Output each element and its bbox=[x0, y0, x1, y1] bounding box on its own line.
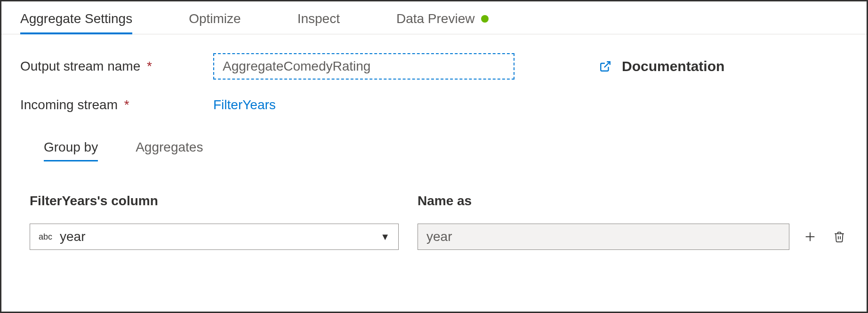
tab-label: Aggregate Settings bbox=[20, 11, 132, 26]
type-tag: abc bbox=[39, 232, 52, 242]
documentation-link[interactable]: Documentation bbox=[599, 58, 724, 74]
incoming-stream-row: Incoming stream * FilterYears bbox=[20, 97, 848, 112]
delete-button[interactable] bbox=[831, 228, 848, 245]
dropdown-value: year bbox=[60, 229, 380, 244]
svg-line-0 bbox=[604, 62, 610, 67]
column-header-source: FilterYears's column bbox=[30, 193, 399, 209]
name-as-input[interactable] bbox=[418, 224, 789, 250]
required-asterisk: * bbox=[124, 97, 129, 112]
tab-label: Inspect bbox=[297, 11, 340, 26]
label-text: Incoming stream bbox=[20, 97, 118, 112]
tab-label: Optimize bbox=[189, 11, 241, 26]
sub-tab-label: Group by bbox=[44, 140, 98, 154]
sub-tab-bar: Group by Aggregates bbox=[20, 130, 848, 161]
column-header-name-as: Name as bbox=[418, 193, 789, 209]
tab-aggregate-settings[interactable]: Aggregate Settings bbox=[20, 3, 132, 33]
group-by-columns: FilterYears's column abc year ▼ Name as bbox=[20, 193, 848, 250]
sub-tab-group-by[interactable]: Group by bbox=[44, 133, 98, 161]
incoming-stream-label: Incoming stream * bbox=[20, 97, 213, 112]
documentation-link-text: Documentation bbox=[622, 58, 724, 74]
output-stream-label: Output stream name * bbox=[20, 59, 213, 74]
tab-optimize[interactable]: Optimize bbox=[189, 3, 241, 33]
tab-inspect[interactable]: Inspect bbox=[297, 3, 340, 33]
output-stream-row: Output stream name * Documentation bbox=[20, 53, 848, 80]
tab-label: Data Preview bbox=[396, 11, 475, 26]
required-asterisk: * bbox=[147, 59, 152, 73]
sub-tab-label: Aggregates bbox=[136, 140, 203, 154]
incoming-stream-value[interactable]: FilterYears bbox=[213, 97, 276, 112]
top-tab-bar: Aggregate Settings Optimize Inspect Data… bbox=[1, 1, 867, 34]
label-text: Output stream name bbox=[20, 59, 140, 73]
external-link-icon bbox=[599, 60, 611, 72]
output-stream-input[interactable] bbox=[213, 53, 514, 80]
sub-tab-aggregates[interactable]: Aggregates bbox=[136, 133, 203, 161]
chevron-down-icon: ▼ bbox=[380, 232, 390, 242]
tab-data-preview[interactable]: Data Preview bbox=[396, 3, 489, 33]
column-dropdown[interactable]: abc year ▼ bbox=[30, 224, 399, 250]
status-dot-icon bbox=[481, 15, 489, 23]
add-button[interactable] bbox=[802, 228, 819, 245]
